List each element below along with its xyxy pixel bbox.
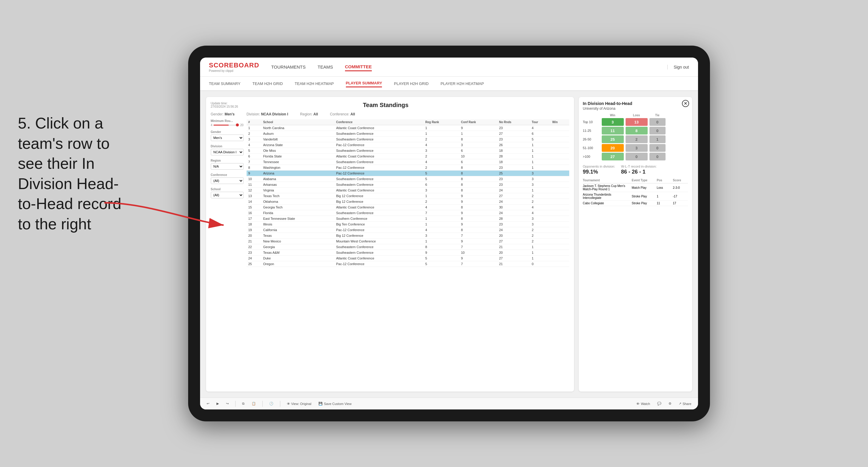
settings-button[interactable]: ⚙ bbox=[667, 401, 673, 406]
cell-school: Florida bbox=[261, 210, 334, 216]
sign-out[interactable]: Sign out bbox=[667, 65, 689, 69]
table-row[interactable]: 5 Ole Miss Southeastern Conference 3 6 1… bbox=[247, 148, 569, 154]
play-button[interactable]: ▶ bbox=[215, 401, 221, 406]
copy-button[interactable]: ⧉ bbox=[240, 401, 246, 406]
cell-school: New Mexico bbox=[261, 239, 334, 244]
cell-conf-rank: 8 bbox=[459, 205, 497, 210]
h2h-row-top10: Top 10 3 13 0 bbox=[583, 118, 688, 126]
table-row[interactable]: 21 New Mexico Mountain West Conference 1… bbox=[247, 239, 569, 244]
panel-title: Team Standings bbox=[363, 102, 408, 108]
h2h-panel: ✕ In Division Head-to-Head University of… bbox=[579, 97, 692, 392]
opponents-pct: 99.1% bbox=[583, 169, 615, 175]
close-button[interactable]: ✕ bbox=[682, 100, 689, 107]
cell-no-rnds: 21 bbox=[497, 244, 530, 250]
save-custom-button[interactable]: 💾 Save Custom View bbox=[317, 401, 353, 406]
nav-tournaments[interactable]: TOURNAMENTS bbox=[271, 63, 306, 71]
sub-nav-team-h2h-heatmap[interactable]: TEAM H2H HEATMAP bbox=[294, 80, 334, 87]
cell-conference: Pac-12 Conference bbox=[334, 227, 424, 233]
gender-select[interactable]: Men's Women's bbox=[211, 134, 244, 141]
view-original-button[interactable]: 👁 View: Original bbox=[285, 401, 313, 406]
toolbar-right: 👁 Watch 💬 ⚙ ↗ Share bbox=[634, 401, 693, 406]
table-row[interactable]: 9 Arizona Pac-12 Conference 5 8 25 3 bbox=[247, 170, 569, 176]
cell-school: Arizona State bbox=[261, 142, 334, 148]
school-select[interactable]: (All) bbox=[211, 192, 244, 198]
region-select[interactable]: N/A East West bbox=[211, 163, 244, 170]
table-row[interactable]: 7 Tennessee Southeastern Conference 4 6 … bbox=[247, 159, 569, 165]
tournament-row-3[interactable]: Cabo Collegiate Stroke Play 11 17 bbox=[583, 201, 688, 206]
paste-button[interactable]: 📋 bbox=[250, 401, 258, 406]
cell-conf-rank: 9 bbox=[459, 210, 497, 216]
cell-win bbox=[551, 148, 569, 154]
cell-reg-rank: 4 bbox=[424, 159, 459, 165]
watch-button[interactable]: 👁 Watch bbox=[634, 401, 652, 406]
h2h-label-11-25: 11-25 bbox=[583, 129, 601, 132]
cell-conference: Pac-12 Conference bbox=[334, 261, 424, 267]
cell-win bbox=[551, 239, 569, 244]
undo-button[interactable]: ↩ bbox=[205, 401, 211, 406]
cell-conf-rank: 9 bbox=[459, 125, 497, 131]
sub-nav-team-h2h-grid[interactable]: TEAM H2H GRID bbox=[252, 80, 283, 87]
tournament-header: Tournament Event Type Pos Score bbox=[583, 179, 688, 183]
tablet-frame: SCOREBOARD Powered by clippd TOURNAMENTS… bbox=[188, 45, 710, 422]
nav-teams[interactable]: TEAMS bbox=[317, 63, 333, 71]
cell-win bbox=[551, 182, 569, 188]
cell-win bbox=[551, 244, 569, 250]
table-row[interactable]: 12 Virginia Atlantic Coast Conference 3 … bbox=[247, 188, 569, 193]
cell-no-rnds: 23 bbox=[497, 222, 530, 227]
table-row[interactable]: 23 Texas A&M Southeastern Conference 9 1… bbox=[247, 250, 569, 255]
redo-button[interactable]: ↪ bbox=[224, 401, 230, 406]
cell-rank: 22 bbox=[247, 244, 261, 250]
h2h-gt100-tie: 0 bbox=[649, 153, 665, 160]
cell-reg-rank: 1 bbox=[424, 222, 459, 227]
table-row[interactable]: 2 Auburn Southeastern Conference 1 1 27 … bbox=[247, 131, 569, 136]
table-row[interactable]: 15 Georgia Tech Atlantic Coast Conferenc… bbox=[247, 205, 569, 210]
cell-reg-rank: 6 bbox=[424, 182, 459, 188]
cell-school: California bbox=[261, 227, 334, 233]
h2h-51-100-loss: 3 bbox=[626, 144, 648, 152]
bottom-toolbar: ↩ ▶ ↪ ⧉ 📋 🕐 👁 View: Original 💾 Save Cust… bbox=[200, 398, 698, 409]
cell-school: North Carolina bbox=[261, 125, 334, 131]
conference-select[interactable]: (All) bbox=[211, 178, 244, 184]
table-row[interactable]: 24 Duke Atlantic Coast Conference 5 9 27… bbox=[247, 255, 569, 261]
cell-school: Texas Tech bbox=[261, 193, 334, 199]
table-row[interactable]: 16 Florida Southeastern Conference 7 9 2… bbox=[247, 210, 569, 216]
table-row[interactable]: 19 California Pac-12 Conference 4 8 24 2 bbox=[247, 227, 569, 233]
cell-reg-rank: 1 bbox=[424, 216, 459, 222]
clock-button[interactable]: 🕐 bbox=[268, 401, 275, 406]
table-row[interactable]: 17 East Tennessee State Southern Confere… bbox=[247, 216, 569, 222]
sub-nav-player-h2h-grid[interactable]: PLAYER H2H GRID bbox=[394, 80, 429, 87]
range-slider[interactable]: 4 20 bbox=[211, 123, 244, 127]
table-row[interactable]: 6 Florida State Atlantic Coast Conferenc… bbox=[247, 154, 569, 159]
table-row[interactable]: 11 Arkansas Southeastern Conference 6 8 … bbox=[247, 182, 569, 188]
filter-group-region: Region N/A East West bbox=[211, 159, 244, 170]
h2h-26-50-win: 25 bbox=[602, 135, 624, 143]
table-row[interactable]: 22 Georgia Southeastern Conference 8 7 2… bbox=[247, 244, 569, 250]
slider-thumb[interactable] bbox=[236, 123, 239, 126]
cell-conf-rank: 9 bbox=[459, 193, 497, 199]
nav-committee[interactable]: COMMITTEE bbox=[345, 63, 372, 71]
table-row[interactable]: 25 Oregon Pac-12 Conference 5 7 21 0 bbox=[247, 261, 569, 267]
tournament-row-1[interactable]: Jackson T. Stephens Cup Men's Match-Play… bbox=[583, 183, 688, 192]
table-row[interactable]: 3 Vanderbilt Southeastern Conference 2 8… bbox=[247, 136, 569, 142]
cell-rank: 4 bbox=[247, 142, 261, 148]
division-select[interactable]: NCAA Division I NCAA Division II NCAA Di… bbox=[211, 149, 244, 155]
table-row[interactable]: 1 North Carolina Atlantic Coast Conferen… bbox=[247, 125, 569, 131]
table-row[interactable]: 4 Arizona State Pac-12 Conference 4 3 26… bbox=[247, 142, 569, 148]
cell-school: East Tennessee State bbox=[261, 216, 334, 222]
table-row[interactable]: 20 Texas Big 12 Conference 3 7 20 2 bbox=[247, 233, 569, 239]
cell-reg-rank: 2 bbox=[424, 154, 459, 159]
table-row[interactable]: 8 Washington Pac-12 Conference 2 8 23 1 bbox=[247, 165, 569, 170]
comment-button[interactable]: 💬 bbox=[655, 401, 663, 406]
share-button[interactable]: ↗ Share bbox=[677, 401, 693, 406]
cell-conference: Southeastern Conference bbox=[334, 250, 424, 255]
tournament-row-2[interactable]: Arizona Thunderbirds Intercollegiate Str… bbox=[583, 192, 688, 201]
table-row[interactable]: 10 Alabama Southeastern Conference 5 8 2… bbox=[247, 176, 569, 182]
table-row[interactable]: 18 Illinois Big Ten Conference 1 9 23 3 bbox=[247, 222, 569, 227]
cell-school: Texas bbox=[261, 233, 334, 239]
table-row[interactable]: 14 Oklahoma Big 12 Conference 2 9 24 2 bbox=[247, 199, 569, 205]
sub-nav-player-summary[interactable]: PLAYER SUMMARY bbox=[346, 80, 382, 87]
sub-nav-team-summary[interactable]: TEAM SUMMARY bbox=[209, 80, 241, 87]
cell-rank: 19 bbox=[247, 227, 261, 233]
sub-nav-player-h2h-heatmap[interactable]: PLAYER H2H HEATMAP bbox=[440, 80, 484, 87]
table-row[interactable]: 13 Texas Tech Big 12 Conference 1 9 27 2 bbox=[247, 193, 569, 199]
